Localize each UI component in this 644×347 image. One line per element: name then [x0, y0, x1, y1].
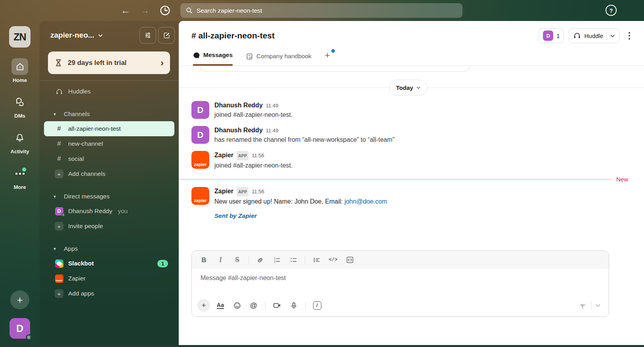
apps-header-label: Apps: [64, 245, 78, 252]
scrolled-card-edge: [200, 67, 470, 72]
slash-icon: /: [313, 301, 321, 310]
mic-icon: [290, 302, 298, 309]
message-text: joined #all-zapier-neon-test.: [214, 160, 292, 171]
sidebar-app-slackbot[interactable]: Slackbot 1: [44, 256, 174, 271]
message-time[interactable]: 11:56: [252, 151, 264, 160]
sidebar-item-huddles[interactable]: Huddles: [44, 84, 174, 99]
rail-item-activity[interactable]: Activity: [11, 130, 29, 154]
message-row[interactable]: D Dhanush Reddy 11:49 has renamed the ch…: [179, 123, 644, 148]
send-options-chevron-icon[interactable]: [595, 303, 601, 308]
sent-by-zapier-link[interactable]: Sent by Zapier: [214, 212, 387, 219]
message-author[interactable]: Zapier: [214, 151, 233, 159]
italic-button[interactable]: I: [214, 254, 227, 266]
code-block-button[interactable]: [343, 254, 356, 266]
message-time[interactable]: 11:56: [252, 187, 264, 196]
tab-messages[interactable]: Messages: [193, 51, 233, 66]
history-clock-icon[interactable]: [160, 5, 170, 16]
dm-section-header[interactable]: ▾ Direct messages: [40, 189, 179, 204]
shortcuts-button[interactable]: /: [311, 299, 323, 312]
channel-sidebar: zapier-neo... 29 days left: [40, 21, 179, 345]
dm-avatar-initial: D: [57, 208, 61, 214]
dm-you-label: you: [118, 208, 128, 215]
create-new-button[interactable]: +: [10, 290, 29, 309]
channel-name: new-channel: [68, 140, 103, 147]
add-apps-button[interactable]: + Add apps: [44, 286, 174, 301]
formatting-toggle-button[interactable]: Aa: [214, 299, 227, 312]
sidebar-channel-all-zapier-neon-test[interactable]: # all-zapier-neon-test: [44, 121, 174, 136]
caret-down-icon: ▾: [50, 111, 59, 117]
tab-bar: Messages Company handbook +: [179, 46, 644, 66]
message-avatar[interactable]: D: [191, 126, 209, 144]
email-link[interactable]: john@doe.com: [344, 198, 387, 205]
strikethrough-button[interactable]: S: [231, 254, 244, 266]
bullet-list-button[interactable]: [287, 254, 300, 266]
send-button[interactable]: [578, 301, 587, 310]
link-icon: [256, 256, 264, 264]
chevron-down-icon[interactable]: [610, 33, 615, 38]
message-avatar[interactable]: D: [191, 101, 209, 119]
message-pane: Today D Dhanush Reddy 11:49 joined #all-…: [179, 66, 644, 345]
message-author[interactable]: Dhanush Reddy: [214, 126, 263, 134]
new-label: New: [612, 176, 644, 183]
message-row[interactable]: D Dhanush Reddy 11:49 joined #all-zapier…: [179, 98, 644, 123]
message-row[interactable]: zapier Zapier APP 11:56 New user signed …: [179, 184, 644, 223]
rail-item-home[interactable]: Home: [11, 58, 28, 83]
date-divider-button[interactable]: Today: [389, 80, 427, 95]
tab-company-handbook[interactable]: Company handbook: [246, 53, 311, 65]
emoji-button[interactable]: [231, 299, 243, 312]
member-avatar: D: [543, 31, 553, 41]
add-tab-button[interactable]: +: [325, 50, 333, 65]
message-time[interactable]: 11:49: [266, 101, 279, 110]
message-author[interactable]: Zapier: [214, 187, 233, 195]
invite-people-button[interactable]: + Invite people: [44, 219, 174, 234]
message-time[interactable]: 11:49: [266, 126, 279, 135]
code-button[interactable]: </>: [327, 254, 340, 266]
sidebar-channel-social[interactable]: # social: [44, 151, 174, 166]
sidebar-channel-new-channel[interactable]: # new-channel: [44, 136, 174, 151]
help-icon[interactable]: ?: [606, 5, 617, 16]
workspace-name-button[interactable]: zapier-neo...: [50, 31, 103, 40]
back-icon[interactable]: ←: [121, 6, 130, 15]
apps-section-header[interactable]: ▾ Apps: [40, 242, 179, 256]
attach-button[interactable]: +: [197, 299, 210, 312]
sidebar-dm-dhanush-reddy[interactable]: D Dhanush Reddy you: [44, 204, 174, 219]
workspace-rail: ZN Home DMs Activity: [0, 21, 40, 345]
members-button[interactable]: D 1: [539, 28, 564, 43]
send-plane-icon: [578, 301, 587, 310]
plus-icon: +: [55, 222, 63, 231]
rail-item-dms[interactable]: DMs: [11, 94, 28, 119]
more-options-icon[interactable]: [624, 31, 634, 41]
mention-button[interactable]: @: [247, 299, 260, 312]
forward-icon[interactable]: →: [140, 6, 149, 15]
compose-button[interactable]: [158, 27, 175, 44]
emoji-icon: [233, 302, 241, 309]
huddle-button[interactable]: Huddle: [569, 28, 619, 43]
ordered-list-button[interactable]: 1 2: [270, 254, 283, 266]
video-button[interactable]: [271, 299, 283, 312]
sidebar-app-zapier[interactable]: zapier Zapier: [44, 271, 174, 286]
more-dots-icon: [11, 165, 28, 182]
message-row[interactable]: zapier Zapier APP 11:56 joined #all-zapi…: [179, 148, 644, 174]
message-avatar[interactable]: zapier: [191, 187, 209, 205]
link-button[interactable]: [254, 254, 267, 266]
message-avatar[interactable]: zapier: [191, 151, 209, 169]
filter-button[interactable]: [140, 27, 156, 44]
blockquote-button[interactable]: [310, 254, 323, 266]
workspace-switcher[interactable]: ZN: [9, 26, 31, 48]
hash-icon: #: [55, 125, 63, 133]
message-author[interactable]: Dhanush Reddy: [214, 101, 263, 109]
trial-banner[interactable]: 29 days left in trial ›: [48, 51, 170, 74]
add-channels-button[interactable]: + Add channels: [44, 166, 174, 181]
huddles-label: Huddles: [68, 88, 91, 95]
channels-section-header[interactable]: ▾ Channels: [40, 107, 179, 121]
workspace-name: zapier-neo...: [50, 31, 94, 40]
zapier-icon: zapier: [55, 275, 63, 283]
message-input[interactable]: Message #all-zapier-neon-test: [192, 269, 609, 299]
bold-button[interactable]: B: [197, 254, 210, 266]
mic-button[interactable]: [287, 299, 300, 312]
channel-title[interactable]: # all-zapier-neon-test: [191, 31, 275, 40]
rail-item-more[interactable]: More: [11, 165, 28, 190]
user-avatar[interactable]: D: [10, 318, 30, 339]
search-input[interactable]: Search zapier-neon-test: [180, 3, 462, 18]
caret-down-icon: ▾: [50, 194, 59, 199]
